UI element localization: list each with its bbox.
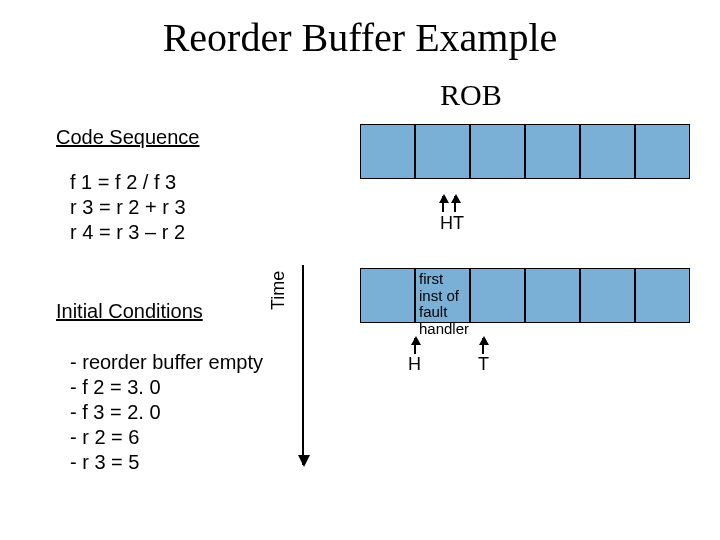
rob-row-initial xyxy=(360,124,690,179)
code-line: r 3 = r 2 + r 3 xyxy=(70,195,186,220)
slide-title: Reorder Buffer Example xyxy=(0,14,720,61)
tail-label: T xyxy=(478,354,489,375)
time-axis-arrow xyxy=(302,265,304,465)
init-line: - f 2 = 3. 0 xyxy=(70,375,263,400)
init-line: - reorder buffer empty xyxy=(70,350,263,375)
rob-cell xyxy=(360,268,415,323)
rob-cell xyxy=(525,268,580,323)
rob-cell xyxy=(470,268,525,323)
time-axis-label: Time xyxy=(268,271,289,310)
rob-cell xyxy=(580,124,635,179)
init-line: - r 3 = 5 xyxy=(70,450,263,475)
head-label: H xyxy=(408,354,421,375)
rob-cell xyxy=(525,124,580,179)
arrow-up-icon xyxy=(414,338,416,354)
rob-label: ROB xyxy=(440,78,502,112)
rob-cell xyxy=(360,124,415,179)
arrow-up-icon xyxy=(442,196,444,212)
code-sequence: f 1 = f 2 / f 3 r 3 = r 2 + r 3 r 4 = r … xyxy=(70,170,186,245)
code-line: r 4 = r 3 – r 2 xyxy=(70,220,186,245)
rob-cell: first inst of fault handler xyxy=(415,268,470,323)
init-line: - f 3 = 2. 0 xyxy=(70,400,263,425)
ht-label: HT xyxy=(440,213,464,234)
slide: Reorder Buffer Example ROB Code Sequence… xyxy=(0,0,720,540)
code-line: f 1 = f 2 / f 3 xyxy=(70,170,186,195)
rob-cell-text: first inst of fault handler xyxy=(416,269,469,339)
rob-cell xyxy=(635,268,690,323)
rob-cell xyxy=(580,268,635,323)
arrow-up-icon xyxy=(454,196,456,212)
rob-cell xyxy=(470,124,525,179)
arrow-up-icon xyxy=(482,338,484,354)
code-sequence-header: Code Sequence xyxy=(56,126,199,149)
rob-cell xyxy=(415,124,470,179)
initial-conditions: - reorder buffer empty - f 2 = 3. 0 - f … xyxy=(70,350,263,475)
rob-row-after-fault: first inst of fault handler xyxy=(360,268,690,323)
init-line: - r 2 = 6 xyxy=(70,425,263,450)
rob-cell xyxy=(635,124,690,179)
initial-conditions-header: Initial Conditions xyxy=(56,300,203,323)
